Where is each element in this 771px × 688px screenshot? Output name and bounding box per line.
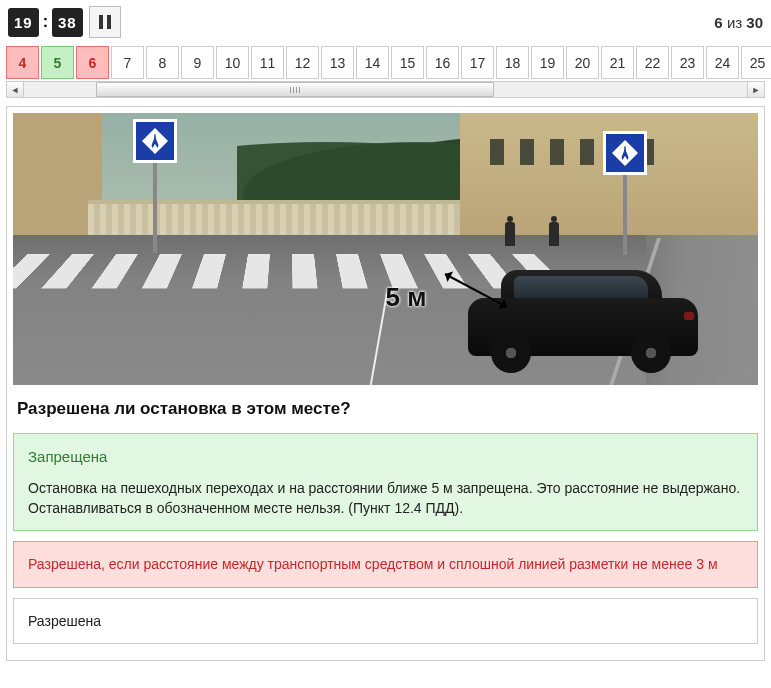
- question-nav-cell-6[interactable]: 6: [76, 46, 109, 79]
- top-bar: 19 : 38 6 из 30: [0, 0, 771, 42]
- answer-title: Разрешена: [28, 611, 743, 631]
- progress-current: 6: [714, 14, 722, 31]
- question-nav-cell-8[interactable]: 8: [146, 46, 179, 79]
- progress-indicator: 6 из 30: [714, 14, 763, 31]
- question-nav-cell-19[interactable]: 19: [531, 46, 564, 79]
- pause-button[interactable]: [89, 6, 121, 38]
- question-nav-cell-10[interactable]: 10: [216, 46, 249, 79]
- pedestrian-icon: [505, 222, 515, 246]
- question-nav-cell-7[interactable]: 7: [111, 46, 144, 79]
- timer-minutes: 19: [8, 8, 39, 37]
- question-nav: 45678910111213141516171819202122232425: [0, 42, 771, 81]
- question-nav-cell-25[interactable]: 25: [741, 46, 771, 79]
- question-nav-cell-15[interactable]: 15: [391, 46, 424, 79]
- question-nav-wrapper: 45678910111213141516171819202122232425 ◄…: [0, 42, 771, 100]
- question-nav-cell-4[interactable]: 4: [6, 46, 39, 79]
- timer-seconds: 38: [52, 8, 83, 37]
- question-nav-cell-14[interactable]: 14: [356, 46, 389, 79]
- question-nav-cell-20[interactable]: 20: [566, 46, 599, 79]
- scroll-track[interactable]: [24, 82, 747, 97]
- question-image: 5 м: [13, 113, 758, 385]
- question-text: Разрешена ли остановка в этом месте?: [13, 385, 758, 433]
- pedestrian-icon: [549, 222, 559, 246]
- scroll-thumb[interactable]: [96, 82, 494, 97]
- question-nav-cell-17[interactable]: 17: [461, 46, 494, 79]
- question-nav-cell-11[interactable]: 11: [251, 46, 284, 79]
- scroll-right-arrow-icon[interactable]: ►: [747, 82, 764, 97]
- question-nav-cell-24[interactable]: 24: [706, 46, 739, 79]
- question-nav-cell-21[interactable]: 21: [601, 46, 634, 79]
- question-nav-cell-12[interactable]: 12: [286, 46, 319, 79]
- timer: 19 : 38: [8, 8, 83, 37]
- question-nav-cell-18[interactable]: 18: [496, 46, 529, 79]
- car: [468, 265, 698, 375]
- answers-list: ЗапрещенаОстановка на пешеходных переход…: [13, 433, 758, 644]
- distance-label: 5 м: [386, 282, 427, 313]
- progress-total: 30: [746, 14, 763, 31]
- pedestrian-crossing-sign-icon: [133, 119, 177, 163]
- question-nav-cell-13[interactable]: 13: [321, 46, 354, 79]
- question-nav-cell-16[interactable]: 16: [426, 46, 459, 79]
- answer-option-2[interactable]: Разрешена, если расстояние между транспо…: [13, 541, 758, 587]
- scroll-left-arrow-icon[interactable]: ◄: [7, 82, 24, 97]
- answer-title: Запрещена: [28, 446, 743, 468]
- answer-title: Разрешена, если расстояние между транспо…: [28, 554, 743, 574]
- nav-scrollbar[interactable]: ◄ ►: [6, 81, 765, 98]
- answer-option-1[interactable]: ЗапрещенаОстановка на пешеходных переход…: [13, 433, 758, 531]
- question-nav-cell-23[interactable]: 23: [671, 46, 704, 79]
- answer-explanation: Остановка на пешеходных переходах и на р…: [28, 478, 743, 519]
- question-nav-cell-22[interactable]: 22: [636, 46, 669, 79]
- question-nav-cell-9[interactable]: 9: [181, 46, 214, 79]
- question-nav-cell-5[interactable]: 5: [41, 46, 74, 79]
- pause-icon: [99, 15, 111, 29]
- progress-sep: из: [727, 14, 742, 31]
- pedestrian-crossing-sign-icon: [603, 131, 647, 175]
- answer-option-3[interactable]: Разрешена: [13, 598, 758, 644]
- timer-colon: :: [41, 13, 50, 31]
- content-panel: 5 м Разрешена ли остановка в этом месте?…: [6, 106, 765, 661]
